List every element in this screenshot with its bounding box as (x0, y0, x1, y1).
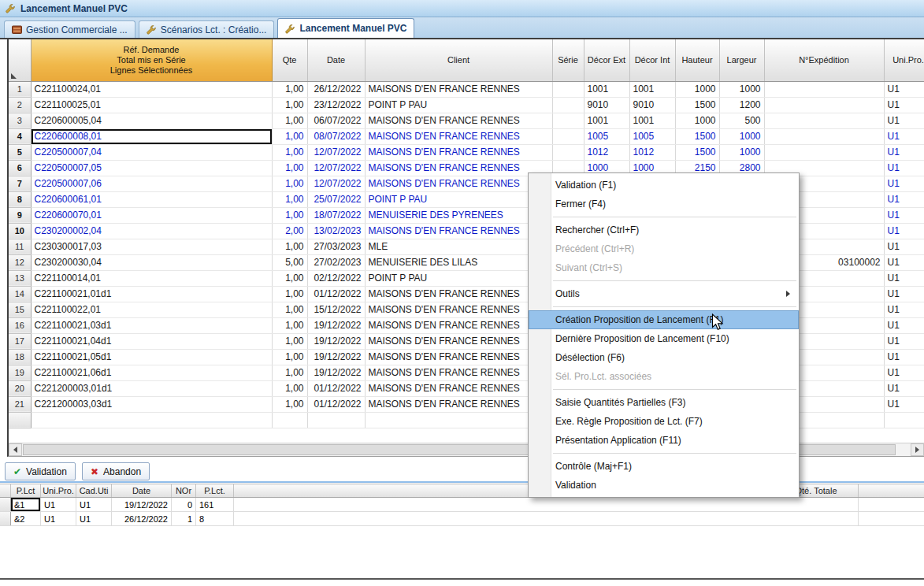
cell-n-expedition[interactable] (764, 97, 884, 113)
cell-largeur[interactable]: 1000 (719, 128, 764, 144)
cell-client[interactable]: MAISONS D'EN FRANCE RENNES (365, 160, 552, 176)
cell-uni-pro[interactable]: U1 (884, 81, 924, 97)
cell-ref-demande[interactable]: C221200003,01d1 (31, 380, 272, 396)
cell-uni-pro[interactable]: U1 (884, 270, 924, 286)
cell-ref-demande[interactable]: C220500007,04 (31, 144, 272, 160)
row-number-cell[interactable]: 6 (9, 160, 31, 176)
column-header-date[interactable]: Date (307, 39, 365, 81)
menu-item-controle[interactable]: Contrôle (Maj+F1) (529, 457, 799, 476)
cell-hauteur[interactable]: 1500 (675, 144, 719, 160)
cell-date[interactable]: 26/12/2022 (112, 512, 172, 525)
bgrid-header-p-lct-2[interactable]: P.Lct. (196, 484, 234, 497)
cell-uni-pro[interactable]: U1 (884, 207, 924, 223)
cell-qte[interactable]: 1,00 (272, 97, 307, 113)
cell-decor-ext[interactable]: 1012 (584, 144, 629, 160)
column-header-ref-demande[interactable]: Réf. DemandeTotal mis en SérieLignes Sél… (31, 39, 272, 81)
tab-scenarios-lct[interactable]: Scénarios Lct. : Créatio... (139, 20, 275, 38)
cell-ref-demande[interactable]: C230200002,04 (31, 223, 272, 239)
cell-uni-pro[interactable]: U1 (41, 498, 76, 511)
column-header-hauteur[interactable]: Hauteur (675, 39, 719, 81)
cell-ref-demande[interactable]: C220500007,06 (31, 176, 272, 191)
cell-p-lct-2[interactable]: 161 (196, 498, 234, 511)
menu-item-outils[interactable]: Outils (529, 284, 799, 303)
row-number-cell[interactable]: 8 (9, 191, 31, 207)
row-number-cell[interactable]: 9 (9, 207, 31, 223)
cell-date[interactable]: 27/02/2023 (307, 254, 365, 270)
cell-client[interactable]: MAISONS D'EN FRANCE RENNES (365, 333, 552, 349)
cell-uni-pro[interactable]: U1 (884, 160, 924, 176)
cell-ref-demande[interactable]: C221100021,04d1 (31, 333, 272, 349)
cell-ref-demande[interactable]: C220600005,04 (31, 113, 272, 128)
cell-largeur[interactable]: 1000 (719, 81, 764, 97)
cell-date[interactable]: 25/07/2022 (307, 191, 365, 207)
row-number-cell[interactable]: 21 (9, 396, 31, 412)
row-number-cell[interactable]: 10 (9, 223, 31, 239)
cell-qte[interactable]: 1,00 (272, 333, 307, 349)
cell-ref-demande[interactable]: C220500007,05 (31, 160, 272, 176)
cell-decor-int[interactable]: 1001 (629, 113, 675, 128)
cell-decor-int[interactable]: 1012 (629, 144, 675, 160)
cell-uni-pro[interactable]: U1 (884, 302, 924, 317)
menu-item-creation-proposition-de-lancement[interactable]: Création Proposition de Lancement (F1) (529, 310, 799, 329)
cell-largeur[interactable]: 1000 (719, 144, 764, 160)
cell-qte[interactable]: 1,00 (272, 160, 307, 176)
menu-item-presentation-application[interactable]: Présentation Application (F11) (529, 431, 799, 450)
cell-ref-demande[interactable]: C221100025,01 (31, 97, 272, 113)
cell-date[interactable]: 13/02/2023 (307, 223, 365, 239)
cell-date[interactable]: 18/07/2022 (307, 207, 365, 223)
menu-item-validation-2[interactable]: Validation (529, 476, 799, 495)
cell-date[interactable]: 12/07/2022 (307, 176, 365, 191)
abandon-button[interactable]: ✖ Abandon (82, 462, 150, 480)
cell-ref-demande[interactable]: C221100022,01 (31, 302, 272, 317)
row-number-cell[interactable]: 16 (9, 317, 31, 333)
proposition-row-2[interactable]: &2 U1 U1 26/12/2022 1 8 (0, 512, 924, 526)
cell-client[interactable]: MLE (365, 239, 552, 254)
cell-qte-totale[interactable] (774, 512, 859, 525)
cell-date[interactable]: 12/07/2022 (307, 144, 365, 160)
cell-uni-pro[interactable]: U1 (884, 191, 924, 207)
cell-date[interactable]: 02/12/2022 (307, 270, 365, 286)
cell-p-lct-2[interactable]: 8 (196, 512, 234, 525)
cell-ref-demande[interactable]: C220600061,01 (31, 191, 272, 207)
column-header-uni-pro[interactable]: Uni.Pro. (884, 39, 924, 81)
cell-cad-uti[interactable]: U1 (76, 512, 112, 525)
cell-uni-pro[interactable]: U1 (884, 349, 924, 365)
cell-decor-ext[interactable]: 9010 (584, 97, 629, 113)
cell-decor-int[interactable]: 1001 (629, 81, 675, 97)
bgrid-header-nor[interactable]: NOr (172, 484, 196, 497)
cell-p-lct[interactable]: &1 (11, 498, 41, 511)
cell-client[interactable]: MAISONS D'EN FRANCE RENNES (365, 302, 552, 317)
menu-item-fermer[interactable]: Fermer (F4) (529, 195, 799, 213)
cell-qte[interactable]: 1,00 (272, 396, 307, 412)
cell-client[interactable]: MAISONS D'EN FRANCE RENNES (365, 81, 552, 97)
cell-date[interactable]: 19/12/2022 (307, 333, 365, 349)
cell-uni-pro[interactable]: U1 (884, 144, 924, 160)
window-titlebar[interactable]: Lancement Manuel PVC (0, 0, 924, 17)
cell-nor[interactable]: 0 (172, 498, 196, 511)
cell-qte[interactable]: 1,00 (272, 113, 307, 128)
cell-n-expedition[interactable] (764, 128, 884, 144)
cell-uni-pro[interactable]: U1 (884, 317, 924, 333)
cell-p-lct[interactable]: &2 (11, 512, 41, 525)
cell-uni-pro[interactable]: U1 (884, 396, 924, 412)
cell-date[interactable]: 01/12/2022 (307, 396, 365, 412)
cell-client[interactable]: MENUISERIE DES LILAS (365, 254, 552, 270)
cell-date[interactable]: 26/12/2022 (307, 81, 365, 97)
cell-qte-totale[interactable] (774, 498, 859, 511)
cell-date[interactable]: 01/12/2022 (307, 380, 365, 396)
cell-date[interactable]: 27/03/2023 (307, 239, 365, 254)
cell-serie[interactable] (552, 128, 584, 144)
cell-uni-pro[interactable]: U1 (884, 113, 924, 128)
cell-ref-demande[interactable]: C230300017,03 (31, 239, 272, 254)
cell-uni-pro[interactable]: U1 (884, 254, 924, 270)
row-number-cell[interactable]: 2 (9, 97, 31, 113)
cell-ref-demande[interactable]: C220600008,01 (31, 128, 272, 144)
cell-client[interactable]: MENUISERIE DES PYRENEES (365, 207, 552, 223)
bgrid-header-p-lct[interactable]: P.Lct (11, 484, 41, 497)
cell-date[interactable]: 23/12/2022 (307, 97, 365, 113)
cell-qte[interactable]: 1,00 (272, 207, 307, 223)
cell-ref-demande[interactable]: C221200003,03d1 (31, 396, 272, 412)
cell-date[interactable]: 19/12/2022 (307, 317, 365, 333)
tab-lancement-manuel-pvc[interactable]: Lancement Manuel PVC (277, 18, 414, 38)
cell-client[interactable]: MAISONS D'EN FRANCE RENNES (365, 176, 552, 191)
